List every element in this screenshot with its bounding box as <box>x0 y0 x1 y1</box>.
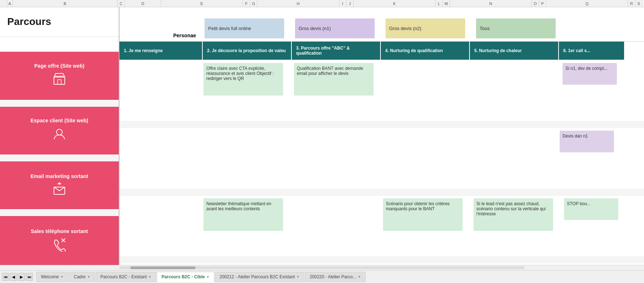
personae-petit-devis: Petit devis full online <box>208 26 251 31</box>
step-4: 4. Nurturing de qualification <box>381 42 470 60</box>
row-label-email-marketing: Email marketing sortant <box>30 173 88 179</box>
page-offre-step6-cell: Si n1, dev de compt... <box>563 63 617 85</box>
personae-label: Personae <box>173 33 196 38</box>
step-1: 1. Je me renseigne <box>119 42 203 60</box>
horizontal-scrollbar-thumb[interactable] <box>130 266 195 269</box>
tab-nav-prev[interactable]: ◀ <box>10 273 17 281</box>
tab-b2c-cible-arrow: ▼ <box>206 275 210 279</box>
col-header-corner <box>0 0 7 7</box>
email-step4-cell: Scénario pour obtenir les critères manqu… <box>383 198 463 231</box>
personae-gros-n2: Gros devis (n2) <box>389 26 421 31</box>
col-header-p: P <box>539 0 546 7</box>
email-step5-cell: Si le lead n'est pas assez chaud, scénar… <box>473 198 553 231</box>
page-offre-step3-cell: Qualification BANT avec demande email po… <box>294 63 374 96</box>
step-2: 2. Je découvre la proposition de valeu <box>203 42 292 60</box>
column-headers: A B C D E F G H I J K L M N O P Q R S <box>0 0 644 7</box>
step-6: 6. 1er call s... <box>559 42 624 60</box>
tab-nav-next[interactable]: ▶ <box>18 273 25 281</box>
email-marketing-icon <box>52 182 67 198</box>
svg-point-3 <box>56 129 62 135</box>
tab-atelier-b2c-existant[interactable]: 200212 - Atelier Parcours B2C Existant ▼ <box>215 272 304 282</box>
col-header-g: G <box>250 0 257 7</box>
tab-atelier-existant-arrow: ▼ <box>296 275 300 279</box>
col-header-b: B <box>13 0 118 7</box>
col-header-f: F <box>243 0 250 7</box>
col-header-n: N <box>450 0 532 7</box>
email-step2-cell: Newsletter thématique mettant en avant l… <box>203 198 283 231</box>
tab-atelier-parco[interactable]: 200220 - Atelier Parco... ▼ <box>305 272 366 282</box>
personae-gros-n1: Gros devis (n1) <box>299 26 331 31</box>
col-header-h: H <box>257 0 339 7</box>
page-offre-step2-cell: Offre claire avec CTA explicite, réassur… <box>203 63 283 96</box>
col-header-c: C <box>118 0 125 7</box>
tab-cadre-arrow: ▼ <box>87 275 90 279</box>
step-5: 5. Nurturing de chaleur <box>470 42 559 60</box>
personae-tous: Tous <box>480 26 489 31</box>
tab-atelier-parco-arrow: ▼ <box>358 275 361 279</box>
col-header-q: Q <box>546 0 628 7</box>
spreadsheet-body: Parcours Page offre (Site web) <box>0 7 644 265</box>
step-3: 3. Parcours offre "ABC" & qualification <box>292 42 381 60</box>
col-header-d: D <box>125 0 161 7</box>
col-header-e: E <box>161 0 243 7</box>
row-label-page-offre: Page offre (Site web) <box>34 63 84 69</box>
tab-welcome-arrow: ▼ <box>60 275 64 279</box>
tab-parcours-b2c-cible[interactable]: Parcours B2C - Cible ▼ <box>157 272 214 282</box>
col-header-o: O <box>532 0 539 7</box>
tab-cadre[interactable]: Cadre ▼ <box>69 272 95 282</box>
tab-parcours-b2c-existant[interactable]: Parcours B2C - Existant ▼ <box>96 272 156 282</box>
row-label-sales-telephone: Sales téléphone sortant <box>31 228 88 234</box>
col-header-i: I <box>339 0 346 7</box>
tab-nav-next-next[interactable]: ⏭ <box>26 273 33 281</box>
espace-client-icon <box>52 126 67 144</box>
tab-welcome[interactable]: Welcome ▼ <box>36 272 68 282</box>
spreadsheet: A B C D E F G H I J K L M N O P Q R S Pa… <box>0 0 644 283</box>
col-header-s: S <box>635 0 643 7</box>
row-label-espace-client: Espace client (Site web) <box>30 118 88 123</box>
tab-b2c-existant-arrow: ▼ <box>148 275 151 279</box>
col-header-r: R <box>628 0 635 7</box>
col-header-j: J <box>346 0 354 7</box>
svg-rect-0 <box>54 77 65 84</box>
page-title: Parcours <box>7 16 51 28</box>
tab-nav-prev-prev[interactable]: ⏮ <box>2 273 9 281</box>
col-header-a: A <box>7 0 13 7</box>
sales-telephone-icon <box>52 237 67 253</box>
svg-rect-1 <box>58 80 61 84</box>
col-header-m: M <box>443 0 450 7</box>
col-header-k: K <box>354 0 435 7</box>
page-offre-icon <box>52 72 67 89</box>
espace-client-step6-cell: Devis dan n1 <box>560 131 614 152</box>
col-header-l: L <box>435 0 443 7</box>
email-step6-cell: STOP bou... <box>564 198 618 220</box>
